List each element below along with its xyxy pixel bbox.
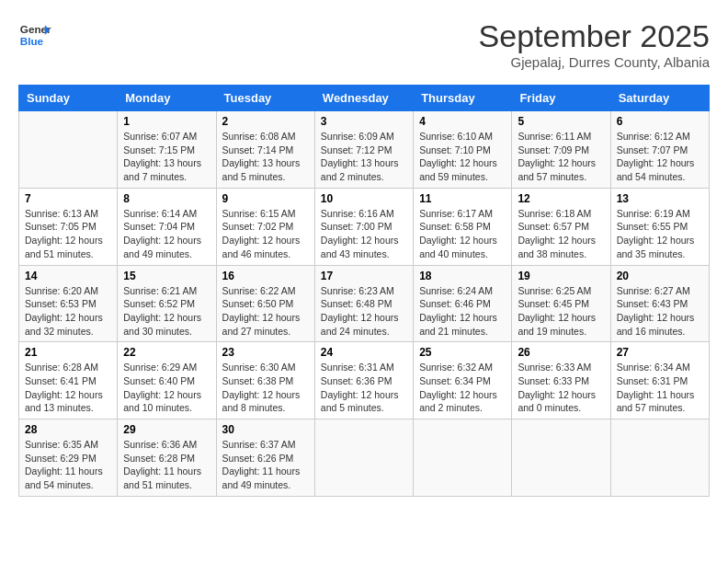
day-number: 23 [222, 346, 309, 359]
month-title: September 2025 [479, 18, 710, 54]
day-content: Sunrise: 6:15 AMSunset: 7:02 PMDaylight:… [222, 207, 309, 261]
header-day-tuesday: Tuesday [216, 86, 314, 111]
calendar-cell: 25Sunrise: 6:32 AMSunset: 6:34 PMDayligh… [414, 342, 512, 419]
day-content: Sunrise: 6:19 AMSunset: 6:55 PMDaylight:… [617, 207, 703, 261]
day-number: 6 [617, 115, 703, 128]
calendar-cell [512, 419, 610, 497]
day-content: Sunrise: 6:31 AMSunset: 6:36 PMDaylight:… [321, 361, 407, 415]
calendar-cell [314, 419, 413, 497]
day-number: 22 [123, 346, 210, 359]
calendar-cell: 3Sunrise: 6:09 AMSunset: 7:12 PMDaylight… [314, 111, 413, 189]
calendar-cell: 6Sunrise: 6:12 AMSunset: 7:07 PMDaylight… [610, 111, 709, 189]
day-content: Sunrise: 6:21 AMSunset: 6:52 PMDaylight:… [123, 284, 210, 339]
day-number: 1 [123, 115, 210, 128]
logo: General Blue [18, 18, 51, 52]
header-day-wednesday: Wednesday [314, 86, 413, 111]
calendar-cell: 23Sunrise: 6:30 AMSunset: 6:38 PMDayligh… [216, 342, 314, 419]
day-number: 7 [25, 192, 111, 205]
calendar-cell: 4Sunrise: 6:10 AMSunset: 7:10 PMDaylight… [414, 111, 512, 189]
calendar-cell: 15Sunrise: 6:21 AMSunset: 6:52 PMDayligh… [118, 265, 216, 342]
week-row-3: 14Sunrise: 6:20 AMSunset: 6:53 PMDayligh… [19, 265, 710, 342]
calendar-cell: 28Sunrise: 6:35 AMSunset: 6:29 PMDayligh… [19, 419, 118, 497]
day-number: 25 [419, 346, 506, 359]
header-day-saturday: Saturday [610, 86, 709, 111]
day-number: 12 [518, 192, 604, 205]
day-number: 13 [617, 192, 703, 205]
calendar-cell: 24Sunrise: 6:31 AMSunset: 6:36 PMDayligh… [314, 342, 413, 419]
header-row: SundayMondayTuesdayWednesdayThursdayFrid… [19, 86, 710, 111]
day-content: Sunrise: 6:09 AMSunset: 7:12 PMDaylight:… [321, 130, 407, 184]
header-day-monday: Monday [118, 86, 216, 111]
day-number: 8 [123, 192, 210, 205]
calendar-table: SundayMondayTuesdayWednesdayThursdayFrid… [18, 85, 710, 497]
day-content: Sunrise: 6:35 AMSunset: 6:29 PMDaylight:… [25, 438, 111, 492]
calendar-cell: 19Sunrise: 6:25 AMSunset: 6:45 PMDayligh… [512, 265, 610, 342]
day-number: 11 [419, 192, 506, 205]
day-number: 21 [25, 346, 111, 359]
calendar-cell: 8Sunrise: 6:14 AMSunset: 7:04 PMDaylight… [118, 188, 216, 265]
calendar-cell: 16Sunrise: 6:22 AMSunset: 6:50 PMDayligh… [216, 265, 314, 342]
day-content: Sunrise: 6:34 AMSunset: 6:31 PMDaylight:… [617, 361, 703, 415]
day-content: Sunrise: 6:22 AMSunset: 6:50 PMDaylight:… [222, 284, 309, 339]
calendar-body: 1Sunrise: 6:07 AMSunset: 7:15 PMDaylight… [19, 111, 710, 497]
header-day-thursday: Thursday [414, 86, 512, 111]
header-day-sunday: Sunday [19, 86, 118, 111]
location: Gjepalaj, Durres County, Albania [479, 54, 710, 70]
calendar-cell: 17Sunrise: 6:23 AMSunset: 6:48 PMDayligh… [314, 265, 413, 342]
day-number: 18 [419, 270, 506, 282]
calendar-cell: 12Sunrise: 6:18 AMSunset: 6:57 PMDayligh… [512, 188, 610, 265]
logo-icon: General Blue [18, 18, 51, 52]
day-number: 29 [123, 423, 210, 436]
day-number: 17 [321, 270, 407, 282]
title-block: September 2025 Gjepalaj, Durres County, … [479, 18, 710, 70]
day-content: Sunrise: 6:28 AMSunset: 6:41 PMDaylight:… [25, 361, 111, 415]
calendar-cell: 30Sunrise: 6:37 AMSunset: 6:26 PMDayligh… [216, 419, 314, 497]
week-row-4: 21Sunrise: 6:28 AMSunset: 6:41 PMDayligh… [19, 342, 710, 419]
calendar-cell: 13Sunrise: 6:19 AMSunset: 6:55 PMDayligh… [610, 188, 709, 265]
day-number: 27 [617, 346, 703, 359]
day-content: Sunrise: 6:13 AMSunset: 7:05 PMDaylight:… [25, 207, 111, 261]
day-content: Sunrise: 6:07 AMSunset: 7:15 PMDaylight:… [123, 130, 210, 184]
day-content: Sunrise: 6:27 AMSunset: 6:43 PMDaylight:… [617, 284, 703, 339]
day-content: Sunrise: 6:32 AMSunset: 6:34 PMDaylight:… [419, 361, 506, 415]
svg-text:Blue: Blue [20, 35, 44, 47]
calendar-cell: 7Sunrise: 6:13 AMSunset: 7:05 PMDaylight… [19, 188, 118, 265]
day-number: 5 [518, 115, 604, 128]
week-row-1: 1Sunrise: 6:07 AMSunset: 7:15 PMDaylight… [19, 111, 710, 189]
day-content: Sunrise: 6:16 AMSunset: 7:00 PMDaylight:… [321, 207, 407, 261]
day-number: 26 [518, 346, 604, 359]
calendar-cell: 21Sunrise: 6:28 AMSunset: 6:41 PMDayligh… [19, 342, 118, 419]
day-content: Sunrise: 6:14 AMSunset: 7:04 PMDaylight:… [123, 207, 210, 261]
day-content: Sunrise: 6:37 AMSunset: 6:26 PMDaylight:… [222, 438, 309, 492]
calendar-cell: 29Sunrise: 6:36 AMSunset: 6:28 PMDayligh… [118, 419, 216, 497]
calendar-cell: 14Sunrise: 6:20 AMSunset: 6:53 PMDayligh… [19, 265, 118, 342]
day-number: 2 [222, 115, 309, 128]
calendar-cell: 27Sunrise: 6:34 AMSunset: 6:31 PMDayligh… [610, 342, 709, 419]
day-content: Sunrise: 6:25 AMSunset: 6:45 PMDaylight:… [518, 284, 604, 339]
day-number: 14 [25, 270, 111, 282]
calendar-cell: 26Sunrise: 6:33 AMSunset: 6:33 PMDayligh… [512, 342, 610, 419]
day-content: Sunrise: 6:18 AMSunset: 6:57 PMDaylight:… [518, 207, 604, 261]
day-content: Sunrise: 6:29 AMSunset: 6:40 PMDaylight:… [123, 361, 210, 415]
calendar-cell [19, 111, 118, 189]
day-number: 9 [222, 192, 309, 205]
day-content: Sunrise: 6:36 AMSunset: 6:28 PMDaylight:… [123, 438, 210, 492]
day-number: 3 [321, 115, 407, 128]
calendar-cell: 10Sunrise: 6:16 AMSunset: 7:00 PMDayligh… [314, 188, 413, 265]
header-day-friday: Friday [512, 86, 610, 111]
page-header: General Blue September 2025 Gjepalaj, Du… [18, 18, 710, 70]
day-number: 10 [321, 192, 407, 205]
day-number: 28 [25, 423, 111, 436]
day-number: 20 [617, 270, 703, 282]
calendar-cell [610, 419, 709, 497]
day-content: Sunrise: 6:08 AMSunset: 7:14 PMDaylight:… [222, 130, 309, 184]
calendar-cell: 18Sunrise: 6:24 AMSunset: 6:46 PMDayligh… [414, 265, 512, 342]
day-content: Sunrise: 6:11 AMSunset: 7:09 PMDaylight:… [518, 130, 604, 184]
calendar-header: SundayMondayTuesdayWednesdayThursdayFrid… [19, 86, 710, 111]
day-content: Sunrise: 6:23 AMSunset: 6:48 PMDaylight:… [321, 284, 407, 339]
day-content: Sunrise: 6:30 AMSunset: 6:38 PMDaylight:… [222, 361, 309, 415]
day-number: 24 [321, 346, 407, 359]
day-content: Sunrise: 6:24 AMSunset: 6:46 PMDaylight:… [419, 284, 506, 339]
calendar-cell: 1Sunrise: 6:07 AMSunset: 7:15 PMDaylight… [118, 111, 216, 189]
day-content: Sunrise: 6:20 AMSunset: 6:53 PMDaylight:… [25, 284, 111, 339]
